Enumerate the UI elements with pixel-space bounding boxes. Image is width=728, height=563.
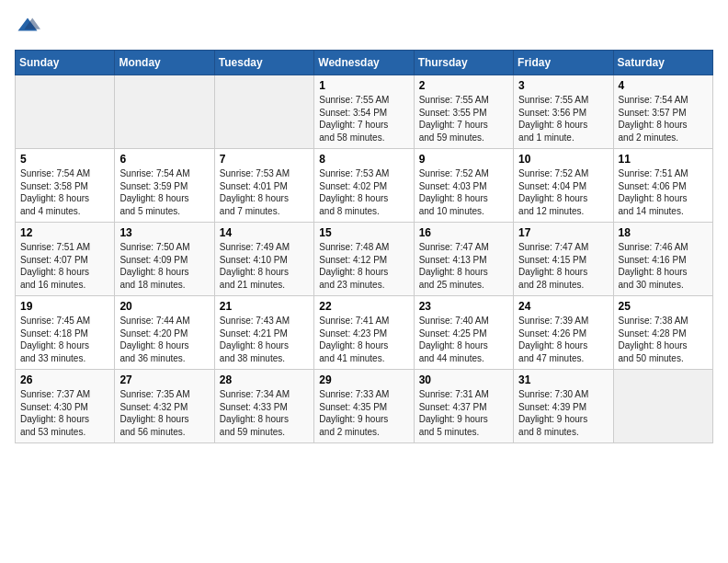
day-number: 30	[419, 373, 508, 386]
day-number: 28	[220, 373, 309, 386]
day-of-week-header: Tuesday	[214, 51, 313, 75]
calendar-day-cell: 17Sunrise: 7:47 AM Sunset: 4:15 PM Dayli…	[514, 223, 613, 296]
calendar-day-cell: 19Sunrise: 7:45 AM Sunset: 4:18 PM Dayli…	[16, 296, 115, 370]
calendar-day-cell: 24Sunrise: 7:39 AM Sunset: 4:26 PM Dayli…	[514, 296, 613, 370]
day-info: Sunrise: 7:55 AM Sunset: 3:54 PM Dayligh…	[319, 94, 408, 144]
day-number: 25	[619, 300, 708, 313]
day-info: Sunrise: 7:54 AM Sunset: 3:58 PM Dayligh…	[20, 167, 109, 217]
day-number: 16	[419, 226, 508, 239]
calendar-day-cell: 25Sunrise: 7:38 AM Sunset: 4:28 PM Dayli…	[613, 296, 712, 370]
day-info: Sunrise: 7:43 AM Sunset: 4:21 PM Dayligh…	[220, 315, 309, 364]
calendar-day-cell: 18Sunrise: 7:46 AM Sunset: 4:16 PM Dayli…	[613, 223, 712, 296]
day-number: 24	[518, 300, 608, 313]
calendar-day-cell: 1Sunrise: 7:55 AM Sunset: 3:54 PM Daylig…	[314, 75, 414, 149]
day-info: Sunrise: 7:44 AM Sunset: 4:20 PM Dayligh…	[119, 315, 209, 364]
calendar-day-cell: 9Sunrise: 7:52 AM Sunset: 4:03 PM Daylig…	[414, 149, 513, 223]
calendar-day-cell: 5Sunrise: 7:54 AM Sunset: 3:58 PM Daylig…	[16, 149, 115, 223]
day-number: 22	[319, 300, 408, 313]
day-info: Sunrise: 7:37 AM Sunset: 4:30 PM Dayligh…	[20, 388, 109, 438]
day-info: Sunrise: 7:40 AM Sunset: 4:25 PM Dayligh…	[419, 315, 508, 364]
calendar-table: SundayMondayTuesdayWednesdayThursdayFrid…	[15, 50, 713, 443]
day-number: 11	[619, 153, 708, 166]
day-info: Sunrise: 7:38 AM Sunset: 4:28 PM Dayligh…	[619, 315, 708, 364]
calendar-day-cell: 31Sunrise: 7:30 AM Sunset: 4:39 PM Dayli…	[514, 370, 613, 443]
calendar-day-cell: 20Sunrise: 7:44 AM Sunset: 4:20 PM Dayli…	[115, 296, 214, 370]
calendar-week-row: 12Sunrise: 7:51 AM Sunset: 4:07 PM Dayli…	[16, 223, 713, 296]
day-info: Sunrise: 7:53 AM Sunset: 4:02 PM Dayligh…	[319, 167, 408, 217]
day-info: Sunrise: 7:30 AM Sunset: 4:39 PM Dayligh…	[518, 388, 608, 438]
day-number: 17	[518, 226, 608, 239]
day-of-week-header: Friday	[514, 51, 613, 75]
day-info: Sunrise: 7:48 AM Sunset: 4:12 PM Dayligh…	[319, 241, 408, 291]
calendar-day-cell: 4Sunrise: 7:54 AM Sunset: 3:57 PM Daylig…	[613, 75, 712, 149]
day-info: Sunrise: 7:34 AM Sunset: 4:33 PM Dayligh…	[220, 388, 309, 438]
page-header	[15, 15, 713, 40]
day-info: Sunrise: 7:53 AM Sunset: 4:01 PM Dayligh…	[220, 167, 309, 217]
day-of-week-header: Thursday	[414, 51, 513, 75]
calendar-day-cell: 16Sunrise: 7:47 AM Sunset: 4:13 PM Dayli…	[414, 223, 513, 296]
day-info: Sunrise: 7:45 AM Sunset: 4:18 PM Dayligh…	[20, 315, 109, 364]
day-info: Sunrise: 7:41 AM Sunset: 4:23 PM Dayligh…	[319, 315, 408, 364]
calendar-day-cell: 29Sunrise: 7:33 AM Sunset: 4:35 PM Dayli…	[314, 370, 414, 443]
calendar-header-row: SundayMondayTuesdayWednesdayThursdayFrid…	[16, 51, 713, 75]
calendar-day-cell: 10Sunrise: 7:52 AM Sunset: 4:04 PM Dayli…	[514, 149, 613, 223]
calendar-day-cell: 13Sunrise: 7:50 AM Sunset: 4:09 PM Dayli…	[115, 223, 214, 296]
day-info: Sunrise: 7:52 AM Sunset: 4:03 PM Dayligh…	[419, 167, 508, 217]
day-number: 6	[119, 153, 209, 166]
day-info: Sunrise: 7:46 AM Sunset: 4:16 PM Dayligh…	[619, 241, 708, 291]
day-info: Sunrise: 7:52 AM Sunset: 4:04 PM Dayligh…	[518, 167, 608, 217]
day-info: Sunrise: 7:39 AM Sunset: 4:26 PM Dayligh…	[518, 315, 608, 364]
logo	[15, 15, 44, 40]
day-info: Sunrise: 7:54 AM Sunset: 3:59 PM Dayligh…	[119, 167, 209, 217]
calendar-day-cell: 23Sunrise: 7:40 AM Sunset: 4:25 PM Dayli…	[414, 296, 513, 370]
calendar-day-cell: 12Sunrise: 7:51 AM Sunset: 4:07 PM Dayli…	[16, 223, 115, 296]
day-of-week-header: Saturday	[613, 51, 712, 75]
calendar-day-cell	[214, 75, 313, 149]
calendar-week-row: 19Sunrise: 7:45 AM Sunset: 4:18 PM Dayli…	[16, 296, 713, 370]
day-info: Sunrise: 7:55 AM Sunset: 3:56 PM Dayligh…	[518, 94, 608, 144]
day-number: 19	[20, 300, 109, 313]
day-info: Sunrise: 7:51 AM Sunset: 4:06 PM Dayligh…	[619, 167, 708, 217]
day-number: 29	[319, 373, 408, 386]
calendar-day-cell: 27Sunrise: 7:35 AM Sunset: 4:32 PM Dayli…	[115, 370, 214, 443]
day-info: Sunrise: 7:47 AM Sunset: 4:13 PM Dayligh…	[419, 241, 508, 291]
day-number: 26	[20, 373, 109, 386]
calendar-day-cell: 14Sunrise: 7:49 AM Sunset: 4:10 PM Dayli…	[214, 223, 313, 296]
day-number: 18	[619, 226, 708, 239]
calendar-day-cell: 2Sunrise: 7:55 AM Sunset: 3:55 PM Daylig…	[414, 75, 513, 149]
day-info: Sunrise: 7:54 AM Sunset: 3:57 PM Dayligh…	[619, 94, 708, 144]
calendar-day-cell: 26Sunrise: 7:37 AM Sunset: 4:30 PM Dayli…	[16, 370, 115, 443]
calendar-day-cell: 28Sunrise: 7:34 AM Sunset: 4:33 PM Dayli…	[214, 370, 313, 443]
calendar-day-cell: 30Sunrise: 7:31 AM Sunset: 4:37 PM Dayli…	[414, 370, 513, 443]
day-number: 4	[619, 79, 708, 92]
day-info: Sunrise: 7:49 AM Sunset: 4:10 PM Dayligh…	[220, 241, 309, 291]
calendar-week-row: 1Sunrise: 7:55 AM Sunset: 3:54 PM Daylig…	[16, 75, 713, 149]
calendar-day-cell	[115, 75, 214, 149]
calendar-day-cell: 11Sunrise: 7:51 AM Sunset: 4:06 PM Dayli…	[613, 149, 712, 223]
day-info: Sunrise: 7:35 AM Sunset: 4:32 PM Dayligh…	[119, 388, 209, 438]
day-number: 23	[419, 300, 508, 313]
day-number: 20	[119, 300, 209, 313]
calendar-day-cell: 8Sunrise: 7:53 AM Sunset: 4:02 PM Daylig…	[314, 149, 414, 223]
day-number: 5	[20, 153, 109, 166]
day-of-week-header: Sunday	[16, 51, 115, 75]
day-number: 14	[220, 226, 309, 239]
day-number: 3	[518, 79, 608, 92]
day-number: 10	[518, 153, 608, 166]
calendar-day-cell: 3Sunrise: 7:55 AM Sunset: 3:56 PM Daylig…	[514, 75, 613, 149]
logo-icon	[15, 15, 40, 40]
calendar-day-cell: 7Sunrise: 7:53 AM Sunset: 4:01 PM Daylig…	[214, 149, 313, 223]
day-number: 15	[319, 226, 408, 239]
calendar-week-row: 5Sunrise: 7:54 AM Sunset: 3:58 PM Daylig…	[16, 149, 713, 223]
day-number: 21	[220, 300, 309, 313]
calendar-day-cell: 15Sunrise: 7:48 AM Sunset: 4:12 PM Dayli…	[314, 223, 414, 296]
calendar-day-cell: 21Sunrise: 7:43 AM Sunset: 4:21 PM Dayli…	[214, 296, 313, 370]
calendar-day-cell	[16, 75, 115, 149]
calendar-day-cell: 22Sunrise: 7:41 AM Sunset: 4:23 PM Dayli…	[314, 296, 414, 370]
day-number: 12	[20, 226, 109, 239]
day-info: Sunrise: 7:33 AM Sunset: 4:35 PM Dayligh…	[319, 388, 408, 438]
calendar-day-cell	[613, 370, 712, 443]
day-number: 13	[119, 226, 209, 239]
day-number: 8	[319, 153, 408, 166]
day-info: Sunrise: 7:55 AM Sunset: 3:55 PM Dayligh…	[419, 94, 508, 144]
